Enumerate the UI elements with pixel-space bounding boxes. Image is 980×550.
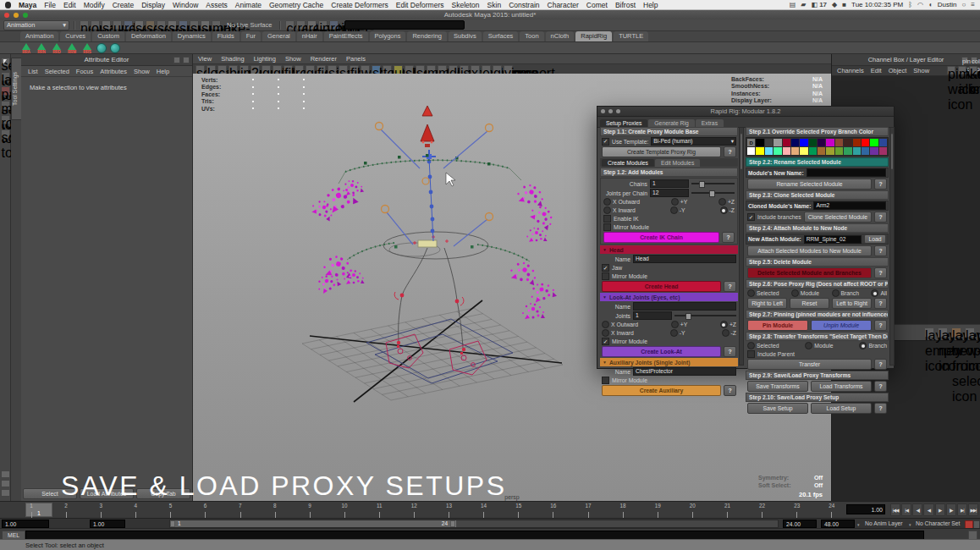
layer-icon[interactable]: layer-empty-icon xyxy=(924,327,934,338)
animation-end-field[interactable]: 48.00 xyxy=(821,520,855,528)
create-head-button[interactable]: Create Head xyxy=(602,281,721,292)
enable-ik-checkbox[interactable] xyxy=(603,215,611,223)
bluetooth-icon[interactable]: ᛒ xyxy=(908,1,912,8)
color-swatch[interactable] xyxy=(800,147,807,155)
shelf-tab[interactable]: Surfaces xyxy=(483,31,519,41)
layout-split-icon[interactable] xyxy=(1,489,10,497)
head-section-header[interactable]: Head xyxy=(600,245,738,254)
viewport-tool-icon[interactable]: image-plane xyxy=(239,65,249,74)
delete-module-button[interactable]: Delete Selected Module and Branches xyxy=(747,267,872,278)
status-icon[interactable]: render-settings xyxy=(329,20,339,30)
viewport-tool-icon[interactable]: multisampling xyxy=(438,65,447,74)
color-swatch[interactable] xyxy=(756,147,763,155)
plus-y-radio[interactable] xyxy=(671,321,679,328)
shelf-button-round[interactable] xyxy=(110,43,120,53)
layer-icon[interactable]: layer-new-icon xyxy=(938,327,948,338)
menu-item[interactable]: Show xyxy=(285,55,301,63)
status-icon[interactable]: select-hierarchy xyxy=(135,20,144,30)
tool-icon[interactable]: rotate-tool xyxy=(1,115,10,124)
help-button[interactable]: ? xyxy=(874,320,887,331)
shelf-tab[interactable]: Animation xyxy=(20,31,58,41)
shelf-tab[interactable]: PaintEffects xyxy=(324,31,368,41)
x-outward-radio[interactable] xyxy=(603,198,611,206)
mirror-module-checkbox[interactable] xyxy=(603,223,611,231)
help-button[interactable]: ? xyxy=(874,245,887,256)
status-icon[interactable]: make-live xyxy=(212,20,221,30)
range-start-handle[interactable] xyxy=(170,520,175,527)
color-swatch[interactable] xyxy=(879,139,887,146)
lookat-name-field[interactable] xyxy=(633,302,736,311)
color-swatch[interactable] xyxy=(791,147,799,155)
status-icon[interactable]: snap-grid xyxy=(168,20,177,30)
tool-icon[interactable]: paint-select-tool xyxy=(1,86,10,96)
layout-single-icon[interactable] xyxy=(1,470,10,478)
new-attach-module-field[interactable]: RRM_Spine_02 xyxy=(804,235,862,244)
aux-mirror-checkbox[interactable] xyxy=(602,377,609,384)
shelf-button[interactable]: RRA xyxy=(20,43,32,53)
playback-range-bar[interactable]: 1 24 xyxy=(170,520,456,527)
menu-item[interactable]: Display xyxy=(141,1,165,9)
viewport-tool-icon[interactable]: isolate-select xyxy=(460,65,469,74)
color-swatch[interactable] xyxy=(826,147,834,155)
clock[interactable]: Tue 10:02:35 PM xyxy=(851,1,903,8)
chevron-down-icon[interactable]: ▾ xyxy=(857,522,860,527)
menu-item[interactable]: Bifrost xyxy=(615,1,636,9)
color-swatch[interactable] xyxy=(835,147,843,155)
range-end-handle[interactable] xyxy=(450,520,455,527)
shelf-tab[interactable]: Polygons xyxy=(370,31,406,41)
playback-button[interactable]: ◀| xyxy=(912,503,922,516)
shelf-tab[interactable]: Rendering xyxy=(407,31,447,41)
lookat-joints-field[interactable]: 1 xyxy=(633,311,672,320)
joints-per-chain-field[interactable]: 12 xyxy=(650,189,689,197)
panel-icon[interactable]: manipulator-icon xyxy=(958,66,966,74)
color-swatch[interactable] xyxy=(818,139,825,146)
use-template-checkbox[interactable] xyxy=(602,138,609,146)
status-icon[interactable]: select-object xyxy=(146,20,155,30)
help-button[interactable]: ? xyxy=(724,385,736,396)
viewport-tool-icon[interactable]: fill-mode xyxy=(350,65,359,74)
viewport-tool-icon[interactable]: wireframe-mode xyxy=(361,65,370,74)
tab[interactable]: Edit Modules xyxy=(655,159,700,167)
tab[interactable]: Generate Rig xyxy=(648,119,694,127)
module-new-name-field[interactable] xyxy=(807,168,886,177)
menu-item[interactable]: Assets xyxy=(206,1,228,9)
joints-per-chain-slider[interactable] xyxy=(691,192,735,194)
lookat-mirror-checkbox[interactable] xyxy=(602,338,609,345)
tool-icon[interactable]: select-tool xyxy=(1,58,10,67)
x-inward-radio[interactable] xyxy=(603,206,611,214)
app-badge[interactable]: ◧ 17 xyxy=(811,1,827,8)
menu-set-dropdown[interactable]: Animation▾ xyxy=(3,20,69,30)
help-button[interactable]: ? xyxy=(724,146,736,157)
viewport-tool-icon[interactable]: lock-camera xyxy=(206,65,216,74)
viewport-tool-icon[interactable]: bookmarks xyxy=(228,65,238,74)
viewport-tool-icon[interactable]: gamma xyxy=(493,65,502,74)
viewport-tool-icon[interactable]: motion-blur xyxy=(427,65,436,74)
create-lookat-button[interactable]: Create Look-At xyxy=(602,346,721,357)
color-swatch[interactable] xyxy=(870,147,878,155)
lookat-joints-slider[interactable] xyxy=(674,315,736,316)
viewport-tool-icon[interactable]: field-chart xyxy=(317,65,326,74)
volume-icon[interactable]: ◖ xyxy=(928,1,933,8)
radio-option[interactable]: Branch xyxy=(859,342,887,349)
time-slider[interactable]: 1 12345678910111213141516171819202122232… xyxy=(0,501,980,519)
viewport-tool-icon[interactable]: gate-mask xyxy=(306,65,315,74)
plus-z-radio[interactable] xyxy=(720,321,728,328)
radio-option[interactable]: Module xyxy=(805,342,833,349)
viewport-tool-icon[interactable]: textured-mode xyxy=(383,65,392,74)
menu-item[interactable]: Renderer xyxy=(311,55,337,63)
load-transforms-button[interactable]: Load Transforms xyxy=(811,381,872,392)
panel-icon[interactable]: collapse-icon xyxy=(971,57,977,63)
help-button[interactable]: ? xyxy=(724,346,736,357)
help-button[interactable]: ? xyxy=(874,359,887,370)
save-transforms-button[interactable]: Save Transforms xyxy=(747,381,808,392)
color-swatch[interactable] xyxy=(818,147,825,155)
viewport-tool-icon[interactable]: exposure xyxy=(482,65,491,74)
menu-item[interactable]: Help xyxy=(157,68,169,75)
status-icon[interactable]: open-scene xyxy=(91,20,100,30)
menu-item[interactable]: Create xyxy=(113,1,135,9)
viewport-tool-icon[interactable]: film-gate xyxy=(284,65,293,74)
pin-module-button[interactable]: Pin Module xyxy=(747,320,808,331)
unpin-module-button[interactable]: Unpin Module xyxy=(811,320,872,331)
layer-icon[interactable]: layer-new-from-selected-icon xyxy=(951,327,961,338)
color-swatch[interactable] xyxy=(783,147,790,155)
